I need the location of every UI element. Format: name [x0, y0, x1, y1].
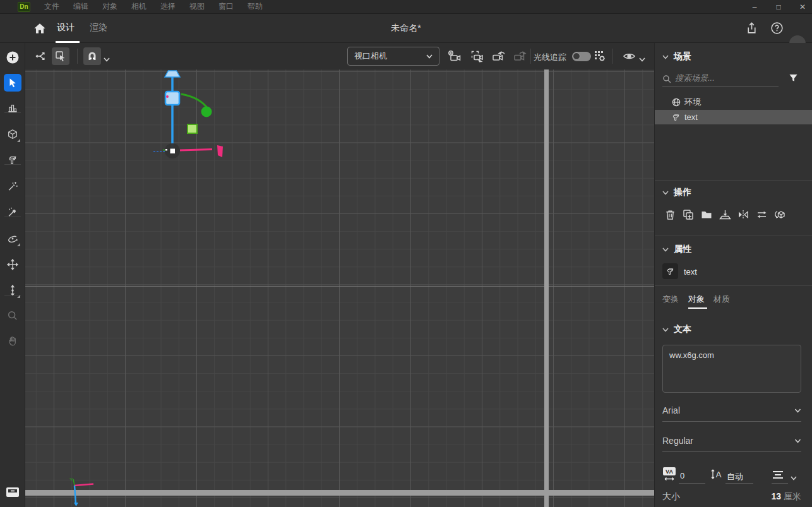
text-content-input[interactable]: ww.x6g.com: [662, 345, 801, 393]
dolly-camera-tool[interactable]: [4, 282, 21, 299]
magic-wand-tool[interactable]: [4, 177, 21, 195]
menu-select[interactable]: 选择: [160, 1, 176, 12]
viewport-canvas[interactable]: Y X: [25, 69, 654, 507]
gizmo-rotate-handle[interactable]: [201, 107, 212, 117]
help-icon[interactable]: [770, 21, 784, 35]
scene-section-header[interactable]: 场景: [662, 51, 691, 63]
axis-indicator: Y X: [38, 467, 95, 507]
font-style-dropdown[interactable]: Regular: [662, 436, 801, 446]
axis-y-line: [73, 479, 75, 486]
viewport-camera-dropdown[interactable]: 视口相机: [347, 47, 439, 66]
world-axis-vertical-line: [544, 69, 549, 507]
font-family-dropdown[interactable]: Arial: [662, 405, 801, 415]
swap-replace-icon[interactable]: [755, 208, 768, 221]
minimize-button[interactable]: –: [750, 3, 759, 11]
toolbar-divider: [77, 49, 78, 64]
select-mode-button[interactable]: [52, 47, 69, 65]
right-panel: 场景 环境 text 操作: [654, 43, 812, 507]
extrude-text-tool[interactable]: [4, 151, 21, 169]
delete-trash-icon[interactable]: [664, 208, 676, 221]
sidebar-divider: [4, 295, 21, 295]
scene-item-text[interactable]: text: [655, 110, 812, 124]
scene-search-input[interactable]: [675, 73, 776, 83]
toolbar-divider: [612, 49, 613, 64]
properties-section-header[interactable]: 属性: [662, 244, 691, 255]
close-button[interactable]: ✕: [798, 3, 807, 11]
share-icon[interactable]: [745, 21, 758, 35]
gizmo-y-scale-handle[interactable]: [165, 92, 179, 105]
actions-section-header[interactable]: 操作: [662, 187, 691, 198]
add-content-button[interactable]: [6, 51, 20, 64]
font-style-underline: [662, 451, 801, 452]
visibility-eye-icon[interactable]: [620, 47, 638, 65]
search-underline: [662, 86, 779, 87]
actions-title: 操作: [674, 187, 691, 198]
menu-window[interactable]: 窗口: [218, 1, 234, 12]
menu-object[interactable]: 对象: [102, 1, 117, 12]
mirror-flip-icon[interactable]: [737, 208, 749, 221]
menu-edit[interactable]: 编辑: [73, 1, 88, 12]
gizmo-scale-handle[interactable]: [188, 124, 197, 133]
text-align-icon[interactable]: [772, 470, 784, 482]
panel-divider: [655, 285, 812, 286]
select-tool[interactable]: [4, 74, 21, 92]
render-preview-toggle-icon[interactable]: [6, 487, 20, 498]
text-section-header[interactable]: 文本: [662, 324, 691, 335]
font-family-value: Arial: [662, 405, 680, 415]
primitives-cube-tool[interactable]: [4, 126, 21, 143]
move-gizmo-icon[interactable]: [32, 47, 49, 65]
window-controls: – □ ✕: [750, 0, 807, 14]
add-camera-icon[interactable]: [446, 47, 463, 65]
app-window: Dn 文件 编辑 对象 相机 选择 视图 窗口 帮助 – □ ✕ 设计 渲染 未…: [0, 0, 812, 507]
eyedropper-tool[interactable]: [4, 203, 21, 221]
snap-magnet-button[interactable]: [83, 47, 101, 65]
tab-material[interactable]: 材质: [713, 294, 730, 305]
gizmo-x-arrow-handle[interactable]: [217, 145, 223, 157]
tracking-value-field[interactable]: 0: [680, 471, 684, 480]
align-to-ground-icon[interactable]: [719, 208, 731, 221]
orbit-camera-tool[interactable]: [4, 230, 21, 248]
snap-chevron-icon[interactable]: [104, 53, 110, 64]
axis-z-arrow: [74, 503, 78, 506]
text-align-chevron-icon[interactable]: [791, 473, 797, 482]
gizmo-y-arrow-handle[interactable]: [165, 71, 180, 77]
filter-funnel-icon[interactable]: [789, 73, 798, 85]
ray-tracing-toggle[interactable]: [572, 52, 591, 61]
scene-title: 场景: [674, 51, 691, 63]
line-spacing-value-field[interactable]: 自动: [727, 471, 743, 482]
text-3d-icon: [671, 113, 681, 121]
transform-gizmo[interactable]: [120, 69, 284, 177]
text-object-mini: [165, 149, 167, 151]
tab-transform[interactable]: 变换: [662, 294, 679, 305]
group-folder-icon[interactable]: [700, 208, 713, 221]
size-field[interactable]: 13 厘米: [772, 491, 801, 503]
hand-tool: [4, 332, 21, 350]
menu-view[interactable]: 视图: [189, 1, 205, 12]
menu-file[interactable]: 文件: [44, 1, 59, 12]
menu-help[interactable]: 帮助: [248, 1, 263, 12]
rotate-object-icon[interactable]: [773, 208, 786, 221]
bookmark-camera-icon[interactable]: [469, 47, 486, 65]
visibility-chevron-icon[interactable]: [639, 53, 645, 64]
scene-item-label: 环境: [684, 97, 701, 108]
text-3d-icon: [662, 263, 678, 279]
revert-camera-icon[interactable]: [490, 47, 508, 65]
tab-object[interactable]: 对象: [688, 294, 705, 305]
pan-camera-tool[interactable]: [4, 256, 21, 273]
render-settings-icon[interactable]: [591, 47, 609, 65]
horizon-grid-line: [25, 286, 654, 287]
world-axis-horizontal-line: [25, 490, 654, 496]
ray-tracing-label: 光线追踪: [534, 52, 566, 63]
size-value[interactable]: 13: [772, 491, 782, 501]
viewport-camera-value: 视口相机: [354, 51, 387, 62]
gizmo-center-square[interactable]: [170, 149, 176, 154]
menu-camera[interactable]: 相机: [131, 1, 146, 12]
scene-item-environment[interactable]: 环境: [655, 95, 812, 109]
gizmo-rotate-arc[interactable]: [181, 94, 208, 109]
panel-divider: [655, 180, 812, 181]
gizmo-x-axis-line[interactable]: [180, 150, 212, 151]
podium-tool[interactable]: [4, 99, 21, 117]
line-spacing-underline: [725, 483, 753, 484]
maximize-button[interactable]: □: [774, 3, 783, 11]
duplicate-icon[interactable]: [682, 208, 695, 221]
